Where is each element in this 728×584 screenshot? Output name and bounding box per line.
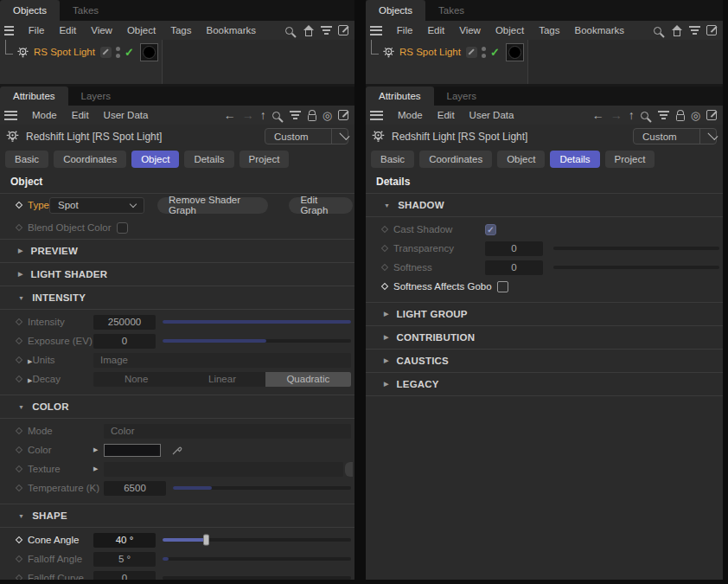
- back-icon[interactable]: ←: [592, 109, 604, 121]
- temperature-field[interactable]: 6500: [104, 481, 166, 496]
- group-caustics[interactable]: ▶ CAUSTICS: [366, 350, 723, 372]
- keyframe-diamond-icon[interactable]: [10, 447, 28, 452]
- menu-edit[interactable]: Edit: [59, 25, 76, 35]
- up-icon[interactable]: ↑: [260, 109, 266, 121]
- lock-icon[interactable]: [308, 114, 316, 121]
- tab-object[interactable]: Object: [131, 151, 179, 168]
- expand-triangle-icon[interactable]: ▶: [93, 465, 104, 472]
- keyframe-diamond-icon[interactable]: [10, 485, 28, 491]
- enabled-check-icon[interactable]: ✓: [490, 46, 500, 59]
- browse-texture-button[interactable]: [345, 462, 353, 477]
- hamburger-icon[interactable]: [4, 26, 14, 35]
- menu-view[interactable]: View: [91, 25, 112, 35]
- mode-field[interactable]: Color: [104, 424, 351, 439]
- tab-details[interactable]: Details: [550, 151, 599, 168]
- menu-bookmarks[interactable]: Bookmarks: [574, 25, 624, 35]
- keyframe-diamond-icon[interactable]: [376, 246, 393, 251]
- decay-option-linear[interactable]: Linear: [179, 372, 265, 387]
- visibility-dots-icon[interactable]: [482, 47, 486, 58]
- group-color[interactable]: ▼ COLOR: [0, 395, 354, 418]
- menu-tags[interactable]: Tags: [170, 25, 191, 35]
- hamburger-icon[interactable]: [370, 26, 382, 35]
- temperature-slider[interactable]: [173, 486, 351, 490]
- cast-shadow-checkbox[interactable]: ✓: [485, 224, 496, 235]
- tab-objects[interactable]: Objects: [366, 0, 425, 21]
- search-icon[interactable]: [285, 27, 293, 35]
- softness-slider[interactable]: [553, 266, 719, 269]
- cone-angle-slider[interactable]: [163, 538, 351, 542]
- new-window-icon[interactable]: [338, 110, 348, 120]
- group-shape[interactable]: ▼ SHAPE: [0, 504, 354, 527]
- edit-toggle-icon[interactable]: [100, 47, 112, 58]
- keyframe-diamond-icon[interactable]: [10, 319, 28, 324]
- edit-graph-button[interactable]: Edit Graph: [289, 197, 353, 214]
- softness-affects-gobo-checkbox[interactable]: [497, 281, 508, 292]
- falloff-angle-slider[interactable]: [163, 557, 351, 561]
- menu-bookmarks[interactable]: Bookmarks: [206, 25, 256, 35]
- group-legacy[interactable]: ▶ LEGACY: [366, 373, 723, 395]
- tab-basic[interactable]: Basic: [371, 151, 414, 168]
- new-window-icon[interactable]: [338, 25, 348, 35]
- material-thumbnail[interactable]: [140, 43, 158, 61]
- keyframe-diamond-icon[interactable]: [10, 575, 28, 580]
- tab-attributes[interactable]: Attributes: [0, 87, 68, 106]
- menu-tags[interactable]: Tags: [539, 25, 559, 35]
- type-dropdown[interactable]: Spot: [49, 197, 144, 214]
- new-window-icon[interactable]: [706, 25, 717, 35]
- filter-icon[interactable]: [658, 111, 670, 119]
- group-preview[interactable]: ▶ PREVIEW: [0, 240, 354, 262]
- menu-view[interactable]: View: [459, 25, 481, 35]
- edit-toggle-icon[interactable]: [466, 47, 477, 58]
- tab-takes[interactable]: Takes: [425, 0, 477, 21]
- color-swatch[interactable]: [104, 444, 161, 457]
- search-icon[interactable]: [654, 27, 661, 35]
- tab-takes[interactable]: Takes: [60, 0, 112, 21]
- keyframe-diamond-icon[interactable]: [10, 376, 28, 382]
- filter-icon[interactable]: [320, 26, 332, 35]
- menu-file[interactable]: File: [29, 25, 45, 35]
- texture-field[interactable]: [104, 462, 343, 477]
- hamburger-icon[interactable]: [370, 111, 383, 120]
- tab-coordinates[interactable]: Coordinates: [54, 151, 126, 168]
- keyframe-diamond-icon[interactable]: [376, 265, 393, 270]
- menu-object[interactable]: Object: [127, 25, 156, 35]
- cone-angle-field[interactable]: 40 °: [93, 533, 156, 548]
- menu-mode[interactable]: Mode: [32, 110, 57, 120]
- tab-layers[interactable]: Layers: [434, 87, 490, 106]
- exposure-slider[interactable]: [163, 339, 351, 343]
- menu-user-data[interactable]: User Data: [469, 110, 514, 120]
- menu-file[interactable]: File: [397, 25, 413, 35]
- filter-icon[interactable]: [290, 111, 302, 119]
- material-thumbnail[interactable]: [506, 43, 524, 61]
- keyframe-diamond-icon[interactable]: [10, 225, 28, 230]
- tab-object[interactable]: Object: [497, 151, 545, 168]
- chevron-down-icon[interactable]: [331, 129, 348, 144]
- group-intensity[interactable]: ▼ INTENSITY: [0, 286, 354, 309]
- menu-edit[interactable]: Edit: [72, 110, 89, 120]
- blend-object-color-checkbox[interactable]: [117, 222, 128, 234]
- search-icon[interactable]: [272, 112, 280, 119]
- falloff-angle-field[interactable]: 5 °: [93, 552, 156, 567]
- units-field[interactable]: Image: [93, 353, 351, 368]
- object-name[interactable]: RS Spot Light: [399, 47, 461, 57]
- new-window-icon[interactable]: [706, 110, 717, 120]
- keyframe-diamond-icon[interactable]: [376, 227, 393, 232]
- tab-project[interactable]: Project: [239, 151, 290, 168]
- transparency-slider[interactable]: [553, 247, 719, 250]
- menu-object[interactable]: Object: [495, 25, 524, 35]
- falloff-curve-slider[interactable]: [163, 576, 351, 580]
- slider-handle[interactable]: [203, 535, 209, 546]
- keyframe-diamond-icon[interactable]: [10, 556, 28, 562]
- visibility-dots-icon[interactable]: [116, 47, 120, 58]
- object-row[interactable]: RS Spot Light ✓: [3, 42, 158, 61]
- eyedropper-icon[interactable]: [171, 444, 183, 456]
- remove-shader-graph-button[interactable]: Remove Shader Graph: [157, 197, 268, 214]
- falloff-curve-field[interactable]: 0: [93, 571, 156, 581]
- keyframe-diamond-icon[interactable]: [10, 338, 28, 343]
- home-icon[interactable]: [671, 25, 682, 36]
- keyframe-diamond-icon[interactable]: [10, 428, 28, 433]
- record-circle-icon[interactable]: ◎: [691, 110, 700, 121]
- back-icon[interactable]: ←: [224, 109, 236, 121]
- tab-project[interactable]: Project: [605, 151, 655, 168]
- record-circle-icon[interactable]: ◎: [322, 110, 332, 121]
